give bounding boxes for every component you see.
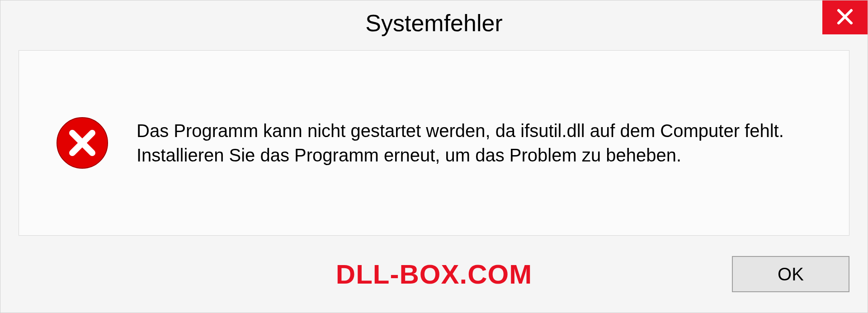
error-dialog: Systemfehler Das Programm kann nicht ges… bbox=[0, 0, 868, 313]
content-panel: Das Programm kann nicht gestartet werden… bbox=[19, 50, 849, 236]
dialog-title: Systemfehler bbox=[365, 9, 502, 37]
error-icon bbox=[55, 116, 109, 170]
close-button[interactable] bbox=[822, 0, 868, 34]
dialog-footer: DLL-BOX.COM OK bbox=[0, 249, 868, 313]
close-icon bbox=[836, 8, 854, 28]
titlebar: Systemfehler bbox=[0, 0, 868, 46]
watermark-text: DLL-BOX.COM bbox=[336, 259, 532, 290]
error-message: Das Programm kann nicht gestartet werden… bbox=[137, 119, 813, 167]
ok-button[interactable]: OK bbox=[732, 256, 849, 292]
ok-button-label: OK bbox=[778, 264, 804, 285]
